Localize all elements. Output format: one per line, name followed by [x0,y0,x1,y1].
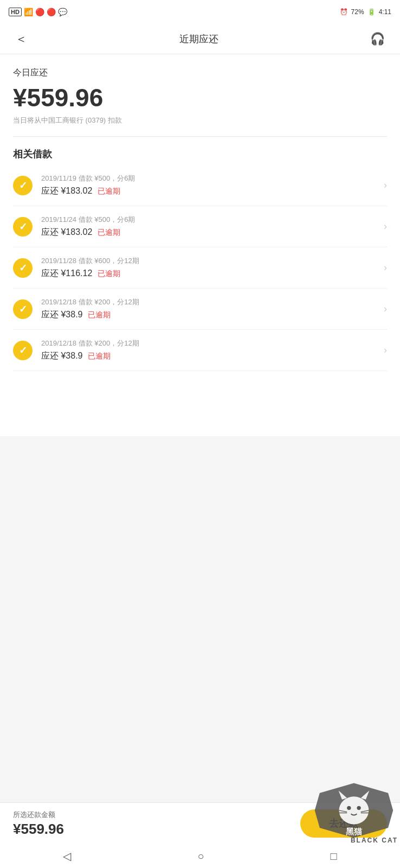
overdue-badge-1: 已逾期 [98,228,120,238]
loan-checkbox-2[interactable]: ✓ [13,258,33,278]
repay-amount-4: 应还 ¥38.9 [41,350,82,362]
loan-info-3: 2019/12/18 借款 ¥200，分12期 应还 ¥38.9 已逾期 [41,297,379,321]
repay-amount-2: 应还 ¥116.12 [41,268,92,279]
back-nav-button[interactable]: ◁ [50,845,84,867]
loan-info-0: 2019/11/19 借款 ¥500，分6期 应还 ¥183.02 已逾期 [41,174,379,197]
overdue-badge-2: 已逾期 [98,269,120,279]
loan-checkbox-4[interactable]: ✓ [13,341,33,360]
pay-button[interactable]: 去还款 [300,809,387,838]
loan-info-4: 2019/12/18 借款 ¥200，分12期 应还 ¥38.9 已逾期 [41,339,379,362]
apps-icon: 🔴 [35,8,44,16]
repay-amount-1: 应还 ¥183.02 [41,227,92,238]
loan-arrow-3: › [384,303,387,315]
bottom-payment-bar: 所选还款金额 ¥559.96 去还款 [0,802,400,844]
loan-item[interactable]: ✓ 2019/11/19 借款 ¥500，分6期 应还 ¥183.02 已逾期 … [13,165,387,206]
loan-checkbox-0[interactable]: ✓ [13,176,33,195]
back-button[interactable]: ＜ [11,27,31,52]
loan-item[interactable]: ✓ 2019/12/18 借款 ¥200，分12期 应还 ¥38.9 已逾期 › [13,289,387,330]
system-nav-bar: ◁ ○ □ [0,844,400,868]
home-nav-button[interactable]: ○ [184,846,217,867]
repay-amount-0: 应还 ¥183.02 [41,186,92,197]
loan-checkbox-3[interactable]: ✓ [13,299,33,319]
loan-item[interactable]: ✓ 2019/11/24 借款 ¥500，分6期 应还 ¥183.02 已逾期 … [13,206,387,247]
hd-icon: HD [9,8,22,16]
loan-info-2: 2019/11/28 借款 ¥600，分12期 应还 ¥116.12 已逾期 [41,256,379,279]
loan-arrow-0: › [384,180,387,191]
overdue-badge-4: 已逾期 [88,352,111,361]
status-bar: HD 📶 🔴 🔴 💬 ⏰ 72% 🔋 4:11 [0,0,400,24]
svg-marker-2 [339,790,347,799]
loan-arrow-2: › [384,262,387,273]
check-icon-2: ✓ [19,262,27,274]
page-title: 近期应还 [179,33,218,46]
wechat-icon: 💬 [58,8,67,16]
loan-repay-0: 应还 ¥183.02 已逾期 [41,186,379,197]
loan-repay-3: 应还 ¥38.9 已逾期 [41,309,379,321]
alarm-icon: ⏰ [340,8,348,16]
clock: 4:11 [379,8,391,16]
nav-bar: ＜ 近期应还 🎧 [0,24,400,54]
headset-icon[interactable]: 🎧 [366,28,389,50]
recent-nav-button[interactable]: □ [317,846,350,867]
loan-item[interactable]: ✓ 2019/11/28 借款 ¥600，分12期 应还 ¥116.12 已逾期… [13,247,387,289]
loans-title: 相关借款 [13,148,387,161]
check-icon-1: ✓ [19,221,27,233]
repay-amount-3: 应还 ¥38.9 [41,309,82,321]
signal-icon: 📶 [24,8,33,16]
loan-meta-4: 2019/12/18 借款 ¥200，分12期 [41,339,379,348]
overdue-badge-3: 已逾期 [88,310,111,320]
weibo-icon: 🔴 [47,8,56,16]
today-section: 今日应还 ¥559.96 当日将从中国工商银行 (0379) 扣款 [13,67,387,137]
loan-arrow-4: › [384,344,387,356]
loans-section: 相关借款 ✓ 2019/11/19 借款 ¥500，分6期 应还 ¥183.02… [13,137,387,371]
loan-arrow-1: › [384,221,387,232]
battery-level: 72% [351,8,364,16]
loan-info-1: 2019/11/24 借款 ¥500，分6期 应还 ¥183.02 已逾期 [41,215,379,238]
check-icon-0: ✓ [19,180,27,192]
loan-meta-1: 2019/11/24 借款 ¥500，分6期 [41,215,379,225]
selected-amount: ¥559.96 [13,821,292,838]
selected-label: 所选还款金额 [13,810,292,820]
loan-repay-4: 应还 ¥38.9 已逾期 [41,350,379,362]
today-bank-info: 当日将从中国工商银行 (0379) 扣款 [13,116,387,125]
overdue-badge-0: 已逾期 [98,187,120,196]
loan-checkbox-1[interactable]: ✓ [13,217,33,237]
status-left: HD 📶 🔴 🔴 💬 [9,8,67,16]
status-right: ⏰ 72% 🔋 4:11 [340,8,391,16]
loan-repay-1: 应还 ¥183.02 已逾期 [41,227,379,238]
loan-meta-3: 2019/12/18 借款 ¥200，分12期 [41,297,379,307]
check-icon-4: ✓ [19,344,27,356]
loan-list: ✓ 2019/11/19 借款 ¥500，分6期 应还 ¥183.02 已逾期 … [13,165,387,371]
loan-repay-2: 应还 ¥116.12 已逾期 [41,268,379,279]
loan-meta-0: 2019/11/19 借款 ¥500，分6期 [41,174,379,183]
today-label: 今日应还 [13,67,387,79]
today-amount: ¥559.96 [13,83,387,112]
main-content: 今日应还 ¥559.96 当日将从中国工商银行 (0379) 扣款 相关借款 ✓… [0,54,400,436]
check-icon-3: ✓ [19,303,27,315]
selected-amount-section: 所选还款金额 ¥559.96 [13,810,292,838]
battery-icon: 🔋 [367,8,376,16]
loan-meta-2: 2019/11/28 借款 ¥600，分12期 [41,256,379,266]
svg-marker-3 [361,790,370,799]
loan-item[interactable]: ✓ 2019/12/18 借款 ¥200，分12期 应还 ¥38.9 已逾期 › [13,330,387,371]
